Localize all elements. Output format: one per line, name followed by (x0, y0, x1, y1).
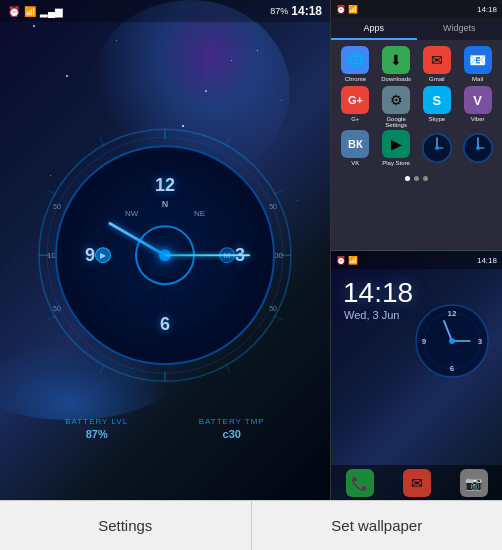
lock-mini-clock-svg: 12 3 6 9 (412, 301, 492, 381)
settings-button[interactable]: Settings (0, 501, 252, 550)
set-wallpaper-button[interactable]: Set wallpaper (252, 501, 503, 550)
downloads-icon: ⬇ (382, 46, 410, 74)
app-downloads[interactable]: ⬇ Downloads (378, 46, 415, 82)
app-gsettings[interactable]: ⚙ Google Settings (378, 86, 415, 128)
lock-status-right: 14:18 (477, 256, 497, 265)
viber-icon: V (464, 86, 492, 114)
clock-inner: 12 3 6 9 N NE NW ▶ M (55, 145, 275, 365)
clock-number-12: 12 (155, 175, 175, 196)
playstore-label: Play Store (382, 160, 410, 166)
battery-info-section: BATTERY LVL 87% BATTERY TMP c30 (0, 417, 330, 440)
skype-label: Skype (429, 116, 446, 122)
battery-level-value: 87% (65, 428, 128, 440)
right-panel-apps[interactable]: ⏰ 📶 14:18 Apps Widgets 🌐 Chrome ⬇ Downlo… (330, 0, 502, 250)
status-time: 14:18 (291, 4, 322, 18)
scale-50-left-top: 50 (53, 203, 61, 210)
compass-n: N (162, 199, 169, 209)
gplus-label: G+ (351, 116, 359, 122)
svg-line-13 (47, 316, 56, 320)
bottom-action-bar: Settings Set wallpaper (0, 500, 502, 550)
apps-status-bar: ⏰ 📶 14:18 (331, 0, 502, 18)
right-panel-lockscreen: ⏰ 📶 14:18 14:18 Wed, 3 Jun 12 3 6 9 (330, 250, 502, 500)
mail-icon: 📧 (464, 46, 492, 74)
gsettings-label: Google Settings (378, 116, 415, 128)
status-right: 87% 14:18 (270, 4, 322, 18)
compass-nw: NW (125, 209, 138, 218)
dot-1 (405, 176, 410, 181)
app-viber[interactable]: V Viber (459, 86, 496, 128)
app-skype[interactable]: S Skype (419, 86, 456, 128)
svg-point-17 (435, 146, 439, 150)
svg-line-10 (226, 364, 230, 373)
left-clock-panel: ⏰ 📶 ▂▄▆ 87% 14:18 (0, 0, 330, 500)
battery-level-label: BATTERY LVL (65, 417, 128, 426)
battery-temp-value: c30 (199, 428, 265, 440)
viber-label: Viber (471, 116, 485, 122)
scale-50-right-top: 50 (269, 203, 277, 210)
clock-number-9: 9 (85, 245, 95, 266)
app-gplus[interactable]: G+ G+ (337, 86, 374, 128)
clock-number-6: 6 (160, 314, 170, 335)
lock-bottom-dock: 📞 ✉ 📷 (331, 465, 502, 500)
scale-50-left-bottom: 50 (53, 305, 61, 312)
lock-mini-clock: 12 3 6 9 (412, 301, 492, 381)
mini-clock-widget-2 (459, 130, 496, 166)
svg-text:3: 3 (478, 337, 483, 346)
apps-grid: 🌐 Chrome ⬇ Downloads ✉ Gmail 📧 Mail G+ (331, 40, 502, 134)
dot-3 (423, 176, 428, 181)
gplus-icon: G+ (341, 86, 369, 114)
svg-line-12 (100, 364, 104, 373)
battery-temp-label: BATTERY TMP (199, 417, 265, 426)
svg-line-11 (274, 316, 283, 320)
gmail-label: Gmail (429, 76, 445, 82)
svg-point-30 (449, 338, 455, 344)
svg-text:12: 12 (448, 309, 457, 318)
battery-temp-block: BATTERY TMP c30 (199, 417, 265, 440)
tab-widgets[interactable]: Widgets (417, 18, 503, 40)
lock-camera-icon: 📷 (460, 469, 488, 497)
page-dot-indicators (331, 172, 502, 183)
right-panels: ⏰ 📶 14:18 Apps Widgets 🌐 Chrome ⬇ Downlo… (330, 0, 502, 500)
status-left: ⏰ 📶 ▂▄▆ (8, 6, 63, 17)
battery-text: 87% (270, 6, 288, 16)
battery-level-block: BATTERY LVL 87% (65, 417, 128, 440)
lock-status-left: ⏰ 📶 (336, 256, 358, 265)
apps-status-right: 14:18 (477, 5, 497, 14)
status-bar: ⏰ 📶 ▂▄▆ 87% 14:18 (0, 0, 330, 22)
lock-message-icon: ✉ (403, 469, 431, 497)
alarm-icon: ⏰ (8, 6, 20, 17)
app-vk[interactable]: ВК VK (337, 130, 374, 166)
svg-line-6 (226, 137, 230, 146)
svg-point-21 (476, 146, 480, 150)
app-gmail[interactable]: ✉ Gmail (419, 46, 456, 82)
compass-ne: NE (194, 209, 205, 218)
svg-line-8 (100, 137, 104, 146)
scale-50-right-bottom: 50 (269, 305, 277, 312)
apps-status-left: ⏰ 📶 (336, 5, 358, 14)
vk-icon: ВК (341, 130, 369, 158)
app-playstore[interactable]: ▶ Play Store (378, 130, 415, 166)
chrome-icon: 🌐 (341, 46, 369, 74)
svg-line-7 (274, 190, 283, 194)
gmail-icon: ✉ (423, 46, 451, 74)
app-mail[interactable]: 📧 Mail (459, 46, 496, 82)
downloads-label: Downloads (381, 76, 411, 82)
dot-2 (414, 176, 419, 181)
vk-label: VK (351, 160, 359, 166)
tab-apps[interactable]: Apps (331, 18, 417, 40)
svg-text:9: 9 (422, 337, 427, 346)
lock-phone-icon: 📞 (346, 469, 374, 497)
wifi-icon: 📶 (24, 6, 36, 17)
gsettings-icon: ⚙ (382, 86, 410, 114)
svg-line-9 (47, 190, 56, 194)
skype-icon: S (423, 86, 451, 114)
mini-clock-svg-2 (462, 132, 494, 164)
app-chrome[interactable]: 🌐 Chrome (337, 46, 374, 82)
chrome-label: Chrome (345, 76, 366, 82)
mail-label: Mail (472, 76, 483, 82)
mini-clock-widget-1 (419, 130, 456, 166)
minute-hand (165, 254, 250, 256)
mini-clock-svg-1 (421, 132, 453, 164)
svg-text:6: 6 (450, 364, 455, 373)
playstore-icon: ▶ (382, 130, 410, 158)
